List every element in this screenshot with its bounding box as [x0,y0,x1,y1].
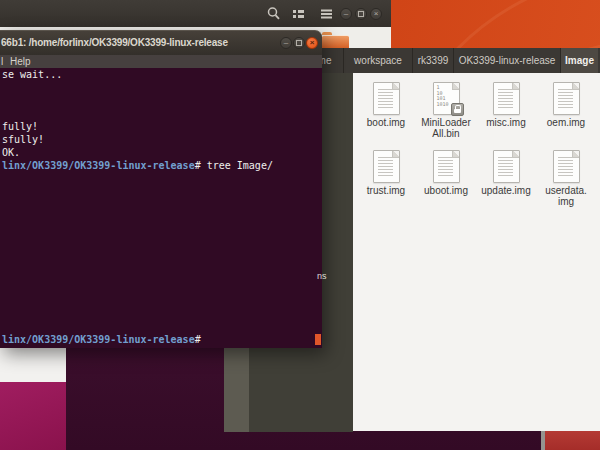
page-fold [452,83,459,90]
text-file-icon [373,82,400,115]
search-icon[interactable] [266,6,281,21]
binary-file-icon: 1 10 101 1010 [433,82,460,115]
page-fold [452,151,459,158]
terminal-menubar: l Help [0,55,322,68]
page-fold [512,151,519,158]
page-fold [572,83,579,90]
file-item[interactable]: misc.img [476,76,536,144]
maximize-icon [296,40,302,46]
terminal-prompt-line: linx/OK3399/OK3399-linux-release# [2,333,201,346]
text-file-icon [373,150,400,183]
breadcrumb-image[interactable]: Image [560,48,598,73]
file-item[interactable]: 1 10 101 1010MiniLoader All.bin [416,76,476,144]
terminal-menu-help[interactable]: Help [10,56,31,67]
document-lines [498,89,513,109]
maximize-button[interactable] [355,8,367,20]
breadcrumb-rk3399[interactable]: rk3399 [412,48,453,73]
file-label: trust.img [367,185,405,196]
file-label: misc.img [486,117,525,128]
text-file-icon [433,150,460,183]
document-lines [378,89,393,109]
terminal-line: OK. [2,146,322,159]
file-label: userdata. img [545,185,587,207]
background-window-red [545,431,600,450]
text-file-icon [553,150,580,183]
file-grid: boot.img1 10 101 1010MiniLoader All.binm… [356,76,596,212]
terminal-text-segment: fully! [2,121,38,132]
terminal-text-segment: # tree Image/ [195,160,273,171]
breadcrumb-bar: homeworkspacerk3399OK3399-linux-releaseI… [280,48,600,73]
terminal-text-segment: OK. [2,147,20,158]
terminal-menu-fragment: l [1,56,3,67]
document-lines [378,157,393,177]
terminal-line: sfully! [2,133,322,146]
desktop: – × homeworkspacerk3399OK3399-linux-rele… [0,0,600,450]
list-view-icon[interactable] [291,6,306,21]
file-label: boot.img [367,117,405,128]
terminal-text-segment: sfully! [2,134,44,145]
terminal-line: se wait... [2,68,322,81]
binary-content: 1 10 101 1010 [437,85,449,107]
page-fold [392,151,399,158]
terminal-titlebar[interactable]: 66b1: /home/forlinx/OK3399/OK3399-linux-… [0,30,322,55]
background-window-white [0,347,66,382]
file-item[interactable]: boot.img [356,76,416,144]
page-fold [392,83,399,90]
close-button[interactable]: × [370,8,382,20]
terminal-minimize-button[interactable]: – [280,37,292,49]
terminal-text-segment: linx/OK3399/OK3399-linux-release [2,334,195,345]
minimize-button[interactable]: – [340,8,352,20]
file-item[interactable]: userdata. img [536,144,596,212]
text-file-icon [493,150,520,183]
terminal-text-segment: linx/OK3399/OK3399-linux-release [2,160,195,171]
text-file-icon [553,82,580,115]
terminal-close-button[interactable]: × [306,37,318,49]
file-item[interactable]: oem.img [536,76,596,144]
maximize-icon [358,11,364,17]
terminal-line [2,94,322,107]
document-lines [438,157,453,177]
page-fold [572,151,579,158]
terminal-title: 66b1: /home/forlinx/OK3399/OK3399-linux-… [1,37,228,48]
terminal-text-segment: se wait... [2,69,62,80]
document-lines [558,157,573,177]
window-edge-divider [541,431,545,450]
file-list-area: boot.img1 10 101 1010MiniLoader All.binm… [353,73,600,431]
file-label: oem.img [547,117,585,128]
page-fold [512,83,519,90]
background-window-olive-strip [224,348,249,432]
terminal-line [2,81,322,94]
terminal-output[interactable]: se wait...fully!sfully!OK.linx/OK3399/OK… [0,68,322,348]
terminal-line: linx/OK3399/OK3399-linux-release# tree I… [2,159,322,172]
terminal-line [2,107,322,120]
files-headerbar: – × [0,0,391,27]
background-window-magenta [0,382,66,450]
breadcrumb-workspace[interactable]: workspace [343,48,412,73]
terminal-text-segment: # [195,334,201,345]
file-item[interactable]: trust.img [356,144,416,212]
hamburger-menu-icon[interactable] [319,6,334,21]
file-label: MiniLoader All.bin [421,117,470,139]
file-item[interactable]: update.img [476,144,536,212]
terminal-line: fully! [2,120,322,133]
background-text-fragment: ns [317,271,327,281]
file-label: update.img [481,185,530,196]
document-lines [498,157,513,177]
file-label: uboot.img [424,185,468,196]
document-lines [558,89,573,109]
lock-emblem-icon [451,103,464,116]
terminal-maximize-button[interactable] [293,37,305,49]
text-file-icon [493,82,520,115]
breadcrumb-ok3399-linux-release[interactable]: OK3399-linux-release [453,48,560,73]
terminal-window: 66b1: /home/forlinx/OK3399/OK3399-linux-… [0,30,322,348]
terminal-cursor [315,334,321,345]
terminal-lines: se wait...fully!sfully!OK.linx/OK3399/OK… [0,68,322,172]
file-item[interactable]: uboot.img [416,144,476,212]
